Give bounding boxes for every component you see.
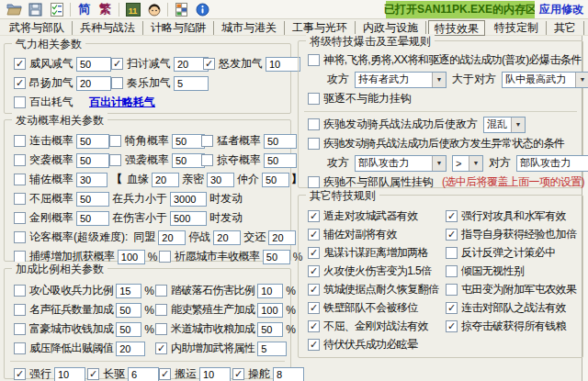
value-input[interactable]: [263, 250, 290, 264]
checkbox-jichi-no-attr[interactable]: [308, 176, 320, 188]
checkbox-baichu[interactable]: [14, 96, 26, 108]
value-input[interactable]: [257, 303, 283, 318]
attacker-stat-dropdown[interactable]: 部队攻击力 ▼: [355, 155, 447, 172]
defender-stat-dropdown[interactable]: 部队攻击力 ▼: [516, 155, 588, 172]
tab-cities[interactable]: 城市与港关: [214, 21, 285, 35]
value-input[interactable]: [174, 76, 209, 91]
open-file-button[interactable]: [4, 1, 25, 18]
value-input[interactable]: [257, 342, 287, 356]
value-input[interactable]: [76, 76, 111, 91]
checkbox-mingsheng[interactable]: [14, 304, 26, 316]
checkbox-fuzuo[interactable]: [14, 174, 26, 185]
portrait-button[interactable]: [143, 1, 164, 18]
value-input[interactable]: [76, 153, 109, 168]
apply-changes-button[interactable]: 应用修改: [535, 1, 588, 18]
checkbox-lianji[interactable]: [14, 135, 26, 147]
checkbox-lianji-tactics[interactable]: ✓: [446, 302, 458, 314]
checkbox-saotao[interactable]: ✓: [111, 58, 123, 70]
status-effect-dropdown[interactable]: 混乱 ▼: [483, 117, 526, 133]
value-input[interactable]: [76, 192, 109, 207]
value-input[interactable]: [207, 173, 234, 187]
checkbox-jingang[interactable]: [14, 212, 26, 224]
checkbox-weifeng[interactable]: ✓: [14, 58, 26, 70]
value-input[interactable]: [266, 57, 300, 72]
checkbox-tuxi[interactable]: [14, 154, 26, 166]
checkbox-lveduo-loot[interactable]: ✓: [446, 320, 458, 332]
value-input[interactable]: [76, 57, 111, 72]
tab-stratagems[interactable]: 计略与陷阱: [143, 21, 214, 35]
checkbox-tiebi-position[interactable]: ✓: [308, 302, 320, 314]
checkbox-jijiao[interactable]: [109, 135, 121, 147]
checkbox-qiangxi[interactable]: [109, 154, 121, 166]
value-input[interactable]: [76, 134, 109, 149]
checkbox-lunke[interactable]: [14, 231, 26, 243]
checkbox-midao[interactable]: [155, 323, 167, 335]
value-input[interactable]: [152, 173, 179, 187]
about-button[interactable]: [192, 1, 213, 18]
value-input[interactable]: [128, 367, 159, 381]
value-input[interactable]: [262, 173, 289, 187]
attacker-stat-dropdown[interactable]: 持有者武力 ▼: [355, 72, 447, 88]
tab-internal-affairs[interactable]: 内政与设施: [356, 21, 426, 35]
save-button[interactable]: [25, 1, 46, 18]
checkbox-huogong-damage[interactable]: ✓: [308, 265, 320, 277]
value-input[interactable]: [116, 322, 141, 337]
checkbox-qiyuan[interactable]: [159, 251, 171, 263]
value-input[interactable]: [158, 230, 186, 245]
value-input[interactable]: [273, 367, 304, 381]
value-input[interactable]: [172, 134, 205, 149]
value-input[interactable]: [54, 367, 85, 381]
value-input[interactable]: [268, 230, 296, 245]
baichu-stratagem-link[interactable]: 百出计略耗气: [89, 95, 155, 110]
checkbox-dunzou[interactable]: ✓: [308, 210, 320, 222]
value-input[interactable]: [213, 230, 241, 245]
checkbox-changqu[interactable]: ✓: [87, 368, 99, 380]
checkbox-nengli[interactable]: [155, 304, 167, 316]
options-list-button[interactable]: [46, 1, 67, 18]
value-input[interactable]: [118, 250, 145, 264]
checkbox-guimou-range[interactable]: ✓: [308, 247, 320, 259]
value-input[interactable]: [264, 134, 297, 149]
value-input[interactable]: [116, 303, 141, 318]
defender-stat-dropdown[interactable]: 队中最高武力 ▼: [502, 72, 588, 88]
checkbox-fuhao[interactable]: [14, 323, 26, 335]
tab-skill-effects[interactable]: 特技效果: [428, 20, 485, 36]
checkbox-lveduo[interactable]: [201, 154, 213, 166]
value-input[interactable]: [264, 153, 297, 168]
value-input[interactable]: [76, 211, 109, 226]
san11-game-button[interactable]: 11: [122, 1, 143, 18]
checkbox-buqu-jingang-tactics[interactable]: ✓: [308, 320, 320, 332]
checkbox-neizhu[interactable]: ✓: [155, 342, 167, 354]
value-input[interactable]: [172, 153, 205, 168]
checkbox-zhucheng-repair[interactable]: ✓: [308, 284, 320, 296]
checkbox-fuzuo-deputy[interactable]: ✓: [308, 229, 320, 241]
value-input[interactable]: [257, 284, 283, 298]
comparison-operator-dropdown[interactable]: > ▼: [452, 155, 483, 172]
value-input[interactable]: [199, 367, 231, 381]
value-input[interactable]: [257, 322, 283, 337]
simplified-chinese-button[interactable]: 简: [74, 1, 95, 18]
tab-skill-custom[interactable]: 特技定制: [487, 21, 547, 35]
checkbox-jichi-condition[interactable]: [308, 138, 320, 150]
checkbox-qingguo-gender[interactable]: [446, 265, 458, 277]
tab-generals[interactable]: 武将与部队: [2, 21, 73, 35]
checkbox-buqu[interactable]: [14, 193, 26, 205]
checkbox-quzhu-ability[interactable]: [308, 93, 320, 105]
checkbox-banyun[interactable]: ✓: [159, 368, 171, 380]
value-input[interactable]: [170, 211, 207, 226]
tab-units[interactable]: 兵种与战法: [73, 21, 143, 35]
checkbox-angyang[interactable]: ✓: [14, 77, 26, 89]
tab-works[interactable]: 工事与光环: [285, 21, 356, 35]
memory-grid-button[interactable]: [171, 1, 192, 18]
checkbox-zouyue[interactable]: [111, 77, 123, 89]
value-input[interactable]: [116, 342, 145, 356]
checkbox-tapo[interactable]: [155, 285, 167, 297]
checkbox-daifu-stun[interactable]: ✓: [308, 339, 320, 351]
checkbox-nufa[interactable]: ✓: [203, 58, 215, 70]
value-input[interactable]: [76, 173, 107, 187]
checkbox-weiya[interactable]: [14, 342, 26, 354]
value-input[interactable]: [170, 192, 207, 207]
checkbox-qiangxing-navy[interactable]: ✓: [446, 210, 458, 222]
checkbox-jichi-status[interactable]: [308, 118, 320, 130]
tab-other[interactable]: 其它: [547, 21, 584, 35]
